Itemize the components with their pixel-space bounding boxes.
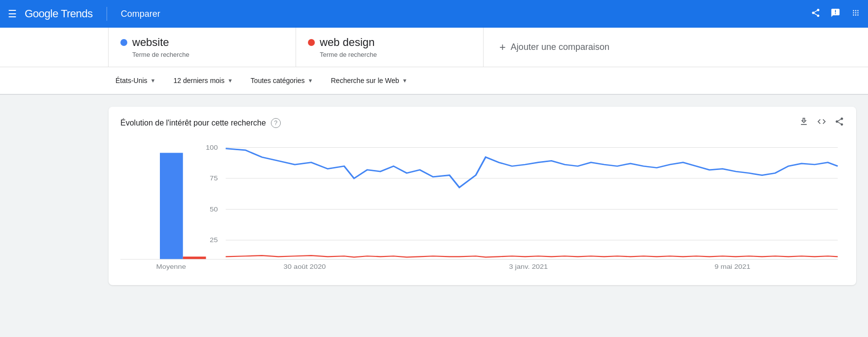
filter-bar: États-Unis ▼ 12 derniers mois ▼ Toutes c…: [0, 67, 868, 95]
term-1-name-row: website: [120, 36, 284, 49]
line-chart: 100 75 50 25 Moyenne 30 août 2020 3 janv…: [120, 137, 844, 275]
chart-card: Évolution de l'intérêt pour cette recher…: [109, 107, 856, 285]
term-2-dot: [308, 39, 315, 46]
left-spacer: [0, 28, 109, 67]
add-comparison-button[interactable]: + Ajouter une comparaison: [484, 28, 868, 67]
header-left: ☰ Google Trends Comparer: [8, 7, 160, 21]
svg-text:50: 50: [210, 206, 218, 212]
embed-icon[interactable]: [817, 117, 827, 129]
main-content: Évolution de l'intérêt pour cette recher…: [0, 95, 868, 297]
chart-actions: [799, 117, 844, 129]
chart-container: 100 75 50 25 Moyenne 30 août 2020 3 janv…: [120, 137, 844, 275]
filter-period-chevron: ▼: [227, 78, 233, 84]
logo-area: Google Trends: [25, 7, 93, 20]
term-1-name: website: [132, 36, 169, 49]
add-label: Ajouter une comparaison: [511, 42, 609, 52]
filter-period[interactable]: 12 derniers mois ▼: [166, 73, 239, 88]
download-icon[interactable]: [799, 117, 809, 129]
hamburger-icon[interactable]: ☰: [8, 8, 17, 20]
filter-search-type-label: Recherche sur le Web: [331, 77, 399, 84]
svg-rect-9: [160, 153, 183, 259]
feedback-icon[interactable]: [830, 8, 840, 20]
chart-title-area: Évolution de l'intérêt pour cette recher…: [120, 118, 281, 128]
filter-category-chevron: ▼: [308, 78, 313, 84]
filter-period-label: 12 derniers mois: [173, 77, 225, 84]
search-term-1[interactable]: website Terme de recherche: [109, 28, 296, 67]
term-1-dot: [120, 39, 127, 46]
svg-text:3 janv. 2021: 3 janv. 2021: [509, 263, 548, 270]
term-2-name: web design: [320, 36, 375, 49]
term-2-name-row: web design: [308, 36, 471, 49]
svg-text:Moyenne: Moyenne: [156, 263, 186, 270]
logo-text: Google Trends: [25, 7, 93, 20]
term-2-sub: Terme de recherche: [308, 51, 471, 58]
search-section: website Terme de recherche web design Te…: [0, 28, 868, 67]
filter-category[interactable]: Toutes catégories ▼: [244, 73, 320, 88]
app-header: ☰ Google Trends Comparer: [0, 0, 868, 28]
svg-rect-10: [183, 256, 206, 259]
filter-search-type-chevron: ▼: [402, 78, 408, 84]
svg-text:100: 100: [206, 144, 218, 151]
help-icon[interactable]: ?: [271, 118, 281, 128]
chart-title: Évolution de l'intérêt pour cette recher…: [120, 119, 266, 127]
term-1-sub: Terme de recherche: [120, 51, 284, 58]
chart-header: Évolution de l'intérêt pour cette recher…: [120, 117, 844, 129]
apps-icon[interactable]: [850, 8, 860, 20]
header-actions: [811, 8, 860, 20]
search-terms-container: website Terme de recherche web design Te…: [109, 28, 868, 67]
filter-search-type[interactable]: Recherche sur le Web ▼: [324, 73, 414, 88]
svg-text:75: 75: [210, 175, 218, 182]
search-term-2[interactable]: web design Terme de recherche: [296, 28, 484, 67]
share-icon[interactable]: [811, 8, 821, 20]
header-divider: [107, 7, 107, 21]
svg-text:25: 25: [210, 237, 218, 244]
svg-text:30 août 2020: 30 août 2020: [284, 263, 326, 270]
filter-category-label: Toutes catégories: [251, 77, 305, 84]
page-title: Comparer: [121, 9, 160, 19]
add-plus-icon: +: [499, 41, 506, 54]
filter-country-chevron: ▼: [151, 78, 156, 84]
filter-country-label: États-Unis: [115, 77, 148, 84]
share-chart-icon[interactable]: [834, 117, 844, 129]
filter-country[interactable]: États-Unis ▼: [109, 73, 162, 88]
svg-text:9 mai 2021: 9 mai 2021: [715, 263, 751, 270]
